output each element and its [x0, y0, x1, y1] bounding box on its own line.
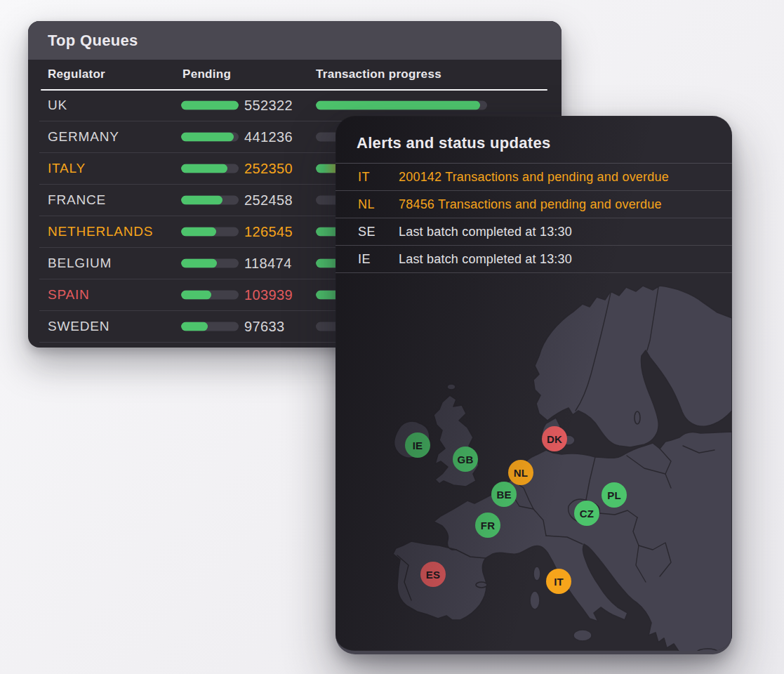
alert-message: 200142 Transactions and pending and over… — [399, 170, 669, 185]
country-code-label: IT — [554, 576, 564, 588]
pending-progress-bar — [181, 164, 239, 173]
regulator-name: UK — [48, 98, 67, 113]
pending-progress-bar — [181, 133, 239, 142]
pending-value: 126545 — [244, 224, 293, 240]
pending-value: 97633 — [244, 319, 285, 335]
country-status-badge-ie[interactable]: IE — [405, 432, 430, 458]
pending-progress-bar — [181, 101, 239, 110]
pending-value: 118474 — [244, 256, 292, 272]
transaction-progress-bar — [316, 101, 487, 110]
pending-value: 441236 — [244, 129, 293, 145]
country-code-label: ES — [426, 569, 440, 581]
country-code-label: GB — [458, 454, 474, 465]
column-header-pending: Pending — [182, 67, 231, 81]
pending-progress-bar — [181, 291, 239, 300]
table-column-headers: Regulator Pending Transaction progress — [28, 60, 562, 89]
pending-progress-fill — [181, 101, 239, 110]
alert-message: Last batch completed at 13:30 — [399, 252, 572, 267]
regulator-name: GERMANY — [48, 129, 119, 145]
country-code-label: DK — [547, 433, 562, 445]
country-code-label: IE — [413, 440, 423, 451]
pending-progress-bar — [181, 196, 239, 205]
pending-progress-fill — [181, 322, 208, 331]
alert-country-code: IT — [358, 170, 370, 185]
pending-progress-bar — [181, 259, 239, 268]
country-status-badge-cz[interactable]: CZ — [574, 501, 599, 526]
regulator-name: SPAIN — [48, 287, 90, 303]
alerts-title: Alerts and status updates — [335, 116, 732, 164]
country-status-badge-fr[interactable]: FR — [475, 513, 500, 538]
country-code-label: PL — [607, 489, 621, 501]
top-queues-header: Top Queues — [28, 21, 562, 60]
regulator-name: NETHERLANDS — [48, 224, 153, 239]
column-header-regulator: Regulator — [48, 67, 105, 81]
pending-progress-fill — [181, 259, 217, 268]
country-code-label: FR — [481, 520, 495, 531]
alert-message: 78456 Transactions and pending and overd… — [399, 197, 662, 212]
country-code-label: NL — [514, 467, 528, 479]
country-status-badge-it[interactable]: IT — [546, 569, 571, 594]
alert-country-code: SE — [358, 225, 376, 239]
alert-country-code: IE — [358, 252, 371, 267]
pending-progress-fill — [181, 227, 216, 237]
country-status-badge-gb[interactable]: GB — [453, 447, 478, 472]
alert-row[interactable]: IE Last batch completed at 13:30 — [335, 246, 732, 273]
pending-progress-fill — [181, 291, 211, 300]
country-status-badge-es[interactable]: ES — [420, 562, 446, 587]
alerts-panel: IE GB DK NL BE PL CZ FR ES IT Alerts and… — [335, 116, 732, 654]
country-status-badge-be[interactable]: BE — [491, 482, 517, 507]
pending-progress-bar — [181, 227, 239, 237]
regulator-name: SWEDEN — [48, 319, 109, 334]
country-status-badge-dk[interactable]: DK — [542, 426, 567, 451]
pending-value: 552322 — [244, 98, 293, 114]
pending-value: 103939 — [244, 287, 293, 303]
pending-progress-fill — [181, 133, 234, 142]
alert-country-code: NL — [358, 197, 375, 212]
regulator-name: FRANCE — [48, 192, 106, 208]
alert-row[interactable]: NL 78456 Transactions and pending and ov… — [335, 191, 732, 218]
regulator-name: BELGIUM — [48, 256, 112, 271]
pending-progress-fill — [181, 196, 222, 205]
alert-row[interactable]: IT 200142 Transactions and pending and o… — [335, 164, 732, 191]
country-status-badge-nl[interactable]: NL — [508, 460, 533, 485]
column-header-transaction-progress: Transaction progress — [316, 67, 441, 81]
pending-value: 252350 — [244, 161, 293, 177]
pending-progress-fill — [181, 164, 227, 173]
transaction-progress-fill — [316, 101, 480, 110]
alert-row[interactable]: SE Last batch completed at 13:30 — [335, 218, 732, 246]
regulator-name: ITALY — [48, 161, 86, 176]
country-code-label: BE — [496, 489, 511, 501]
alerts-list: IT 200142 Transactions and pending and o… — [335, 164, 732, 273]
country-code-label: CZ — [580, 508, 594, 520]
pending-value: 252458 — [244, 192, 293, 209]
alert-message: Last batch completed at 13:30 — [399, 225, 572, 239]
pending-progress-bar — [181, 322, 239, 331]
top-queues-title: Top Queues — [48, 32, 138, 50]
country-status-badge-pl[interactable]: PL — [602, 482, 627, 508]
